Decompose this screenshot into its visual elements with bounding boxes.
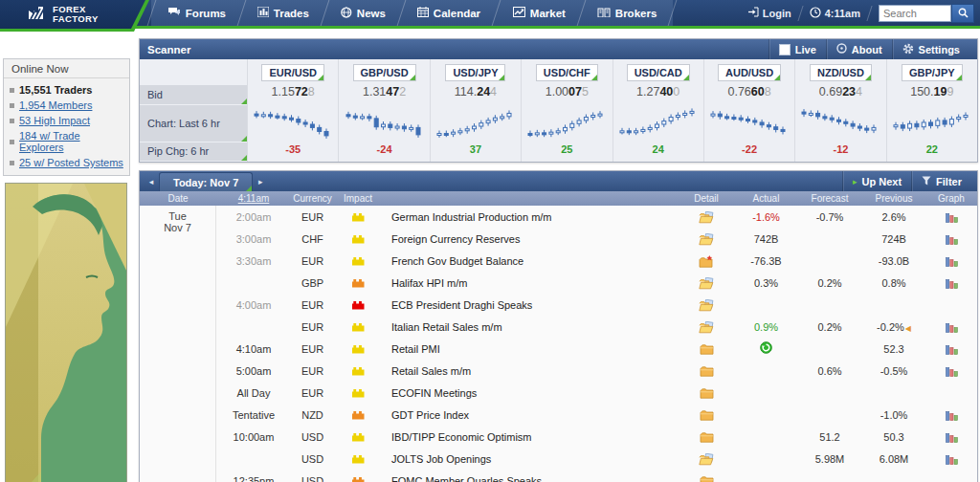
mini-candle-chart[interactable] (248, 105, 338, 143)
event-time: 5:00am (216, 365, 291, 377)
calendar-event-row[interactable]: 3:30am EUR French Gov Budget Balance -76… (216, 250, 977, 272)
next-day-button[interactable] (253, 172, 268, 190)
calendar-event-row[interactable]: 3:00am CHF Foreign Currency Reserves 742… (216, 228, 977, 250)
detail-folder-icon[interactable] (678, 362, 735, 380)
impact-cell (334, 428, 382, 446)
pair-tab[interactable]: AUD/USD (718, 64, 781, 81)
live-checkbox[interactable] (779, 44, 791, 55)
bid-price: 0.69234 (795, 85, 885, 105)
previous-value: 2.6%◀ (862, 211, 925, 223)
nav-item-brokers[interactable]: Brokers (577, 0, 677, 26)
detail-folder-icon[interactable] (678, 274, 735, 292)
graph-icon[interactable] (925, 208, 977, 226)
pair-tab[interactable]: GBP/USD (353, 64, 416, 81)
forex-factory-logo[interactable]: FOREX FACTORY (0, 0, 145, 29)
nav-item-forums[interactable]: Forums (147, 0, 247, 26)
calendar-event-row[interactable]: 12:35pm USD FOMC Member Quarles Speaks (216, 470, 977, 482)
online-now-label[interactable]: 15,551 Traders (19, 84, 92, 96)
calendar-event-row[interactable]: GBP Halifax HPI m/m 0.3% 0.2% (216, 272, 977, 294)
detail-folder-icon[interactable] (678, 450, 735, 468)
mini-candle-chart[interactable] (339, 105, 429, 143)
graph-icon[interactable] (925, 318, 977, 336)
detail-folder-icon[interactable] (678, 208, 735, 226)
mini-candle-chart[interactable] (613, 105, 703, 143)
pair-tab[interactable]: USD/JPY (445, 64, 505, 81)
pair-tab[interactable]: EUR/USD (261, 64, 324, 81)
bullet-icon (10, 88, 14, 93)
nav-item-trades[interactable]: Trades (238, 0, 330, 26)
event-name: GDT Price Index (382, 409, 678, 421)
previous-day-button[interactable] (144, 172, 159, 190)
calendar-event-row[interactable]: 10:00am USD IBD/TIPP Economic Optimism (216, 426, 977, 448)
detail-folder-icon[interactable] (678, 428, 735, 446)
today-tab[interactable]: Today: Nov 7 (159, 172, 253, 191)
graph-icon[interactable] (925, 274, 977, 292)
actual-value (735, 341, 797, 356)
logo-text: FOREX FACTORY (53, 5, 99, 24)
revision-marker-icon: ◀ (905, 324, 911, 333)
calendar-event-row[interactable]: Tentative NZD GDT Price Index (216, 404, 977, 426)
online-now-item[interactable]: 53 High Impact (10, 113, 123, 128)
calendar-event-row[interactable]: EUR Italian Retail Sales m/m 0.9% 0.2 (216, 316, 977, 338)
calendar-event-row[interactable]: 5:00am EUR Retail Sales m/m (216, 360, 977, 382)
graph-icon[interactable] (925, 362, 977, 380)
online-now-label[interactable]: 53 High Impact (19, 115, 90, 126)
mini-candle-chart[interactable] (887, 105, 977, 143)
forecast-value: -0.7% (797, 211, 862, 223)
search-button[interactable] (951, 4, 974, 23)
broker-ad-banner[interactable] (5, 183, 127, 482)
forex-factory-page: Forums Trades News Calendar Market Broke… (0, 0, 980, 482)
bid-price: 1.31472 (339, 85, 429, 105)
pair-tab[interactable]: NZD/USD (810, 64, 872, 81)
graph-icon[interactable] (925, 406, 977, 424)
pair-tab[interactable]: USD/CHF (536, 64, 598, 81)
graph-icon[interactable] (925, 230, 977, 248)
mini-candle-chart[interactable] (704, 105, 794, 143)
calendar-event-row[interactable]: 2:00am EUR German Industrial Production … (216, 206, 977, 228)
login-button[interactable]: Login (748, 7, 791, 19)
graph-icon[interactable] (925, 450, 977, 468)
online-now-label[interactable]: 1,954 Members (19, 99, 92, 111)
graph-icon[interactable] (925, 428, 977, 446)
detail-folder-icon[interactable] (678, 252, 735, 270)
detail-folder-icon[interactable] (678, 230, 735, 248)
actual-value: 742B (735, 233, 797, 245)
settings-button[interactable]: Settings (892, 39, 969, 59)
online-now-item[interactable]: 15,551 Traders (10, 82, 123, 98)
calendar-column-headers: Date 4:11am Currency Impact Detail Actua… (140, 191, 977, 206)
detail-folder-icon[interactable] (678, 472, 735, 482)
calendar-event-row[interactable]: All Day EUR ECOFIN Meetings (216, 382, 977, 404)
previous-value: 724B◀ (862, 233, 925, 245)
about-button[interactable]: About (826, 39, 892, 59)
search-input[interactable] (879, 5, 951, 22)
calendar-event-row[interactable]: 4:00am EUR ECB President Draghi Speaks (216, 294, 977, 316)
filter-button[interactable]: Filter (911, 171, 971, 191)
mini-candle-chart[interactable] (522, 105, 612, 143)
event-currency: GBP (291, 277, 334, 289)
online-now-label[interactable]: 184 w/ Trade Explorers (19, 130, 123, 153)
graph-icon[interactable] (925, 340, 977, 358)
mini-candle-chart[interactable] (795, 105, 885, 143)
nav-item-market[interactable]: Market (493, 0, 586, 26)
nav-item-news[interactable]: News (322, 0, 407, 26)
live-toggle[interactable]: Live (768, 39, 826, 59)
detail-folder-icon[interactable] (678, 296, 735, 314)
calendar-event-row[interactable]: 4:10am EUR Retail PMI (216, 338, 977, 360)
mini-candle-chart[interactable] (431, 105, 521, 143)
detail-folder-icon[interactable] (678, 340, 735, 358)
calendar-event-row[interactable]: USD JOLTS Job Openings 5.98M (216, 448, 977, 470)
graph-icon[interactable] (925, 252, 977, 270)
nav-item-calendar[interactable]: Calendar (398, 0, 501, 26)
up-next-button[interactable]: ▸ Up Next (842, 171, 911, 191)
col-time-link[interactable]: 4:11am (216, 193, 291, 204)
online-now-item[interactable]: 184 w/ Trade Explorers (10, 128, 123, 155)
detail-folder-icon[interactable] (678, 406, 735, 424)
online-now-label[interactable]: 25 w/ Posted Systems (19, 157, 123, 168)
online-now-item[interactable]: 25 w/ Posted Systems (10, 155, 123, 170)
online-now-item[interactable]: 1,954 Members (10, 98, 123, 113)
event-time: 12:35pm (216, 475, 291, 482)
pair-tab[interactable]: USD/CAD (627, 64, 690, 81)
detail-folder-icon[interactable] (678, 318, 735, 336)
detail-folder-icon[interactable] (678, 384, 735, 402)
pair-tab[interactable]: GBP/JPY (902, 64, 963, 81)
